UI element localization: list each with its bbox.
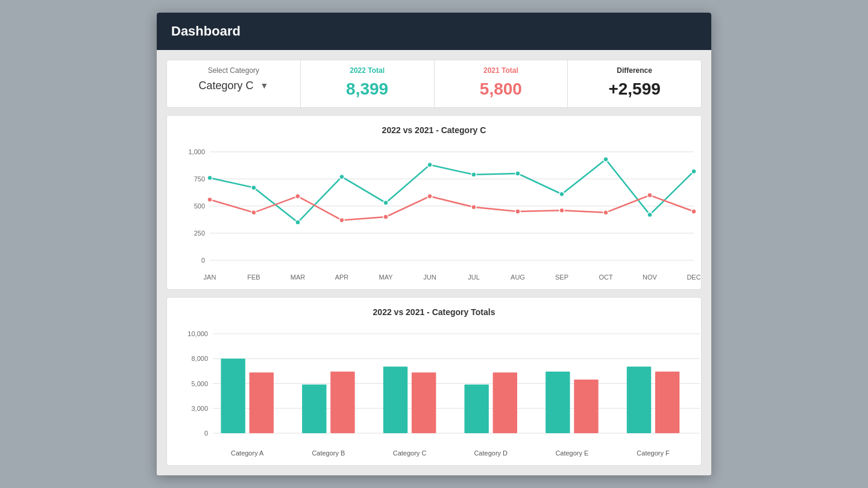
svg-rect-56 <box>221 358 245 433</box>
total2021-card: 2021 Total 5,800 <box>435 60 568 107</box>
svg-text:APR: APR <box>335 274 349 281</box>
line-chart-panel: 2022 vs 2021 - Category C 02505007501,00… <box>166 115 702 290</box>
svg-text:FEB: FEB <box>247 274 260 281</box>
total2022-value: 8,399 <box>346 80 388 99</box>
dashboard-title: Dashboard <box>171 23 241 39</box>
svg-point-23 <box>251 185 256 190</box>
svg-point-22 <box>207 175 212 180</box>
svg-text:Category B: Category B <box>312 449 345 457</box>
svg-text:5,000: 5,000 <box>191 380 208 387</box>
svg-text:Category A: Category A <box>231 449 264 457</box>
kpi-row: Select Category Category A Category B Ca… <box>166 60 702 108</box>
svg-text:JUN: JUN <box>423 274 436 281</box>
svg-point-43 <box>603 210 608 215</box>
line-chart-title: 2022 vs 2021 - Category C <box>177 125 691 135</box>
svg-text:JUL: JUL <box>468 274 480 281</box>
svg-rect-57 <box>250 372 274 433</box>
svg-point-27 <box>427 163 432 167</box>
svg-text:JAN: JAN <box>204 274 216 281</box>
svg-point-33 <box>691 169 696 174</box>
bar-chart-title: 2022 vs 2021 - Category Totals <box>177 307 691 317</box>
svg-point-26 <box>383 201 388 205</box>
svg-text:500: 500 <box>194 202 205 210</box>
svg-text:3,000: 3,000 <box>191 405 208 412</box>
svg-point-25 <box>339 174 344 179</box>
svg-text:OCT: OCT <box>599 274 613 281</box>
svg-text:MAY: MAY <box>379 274 393 281</box>
svg-text:10,000: 10,000 <box>187 330 208 337</box>
svg-text:1,000: 1,000 <box>188 148 205 155</box>
svg-point-42 <box>559 208 564 213</box>
diff-value: +2,599 <box>608 80 660 99</box>
svg-rect-66 <box>493 372 517 433</box>
svg-rect-69 <box>574 380 598 433</box>
svg-text:0: 0 <box>204 430 208 437</box>
dashboard-container: Dashboard Select Category Category A Cat… <box>157 13 711 475</box>
total2021-value: 5,800 <box>480 80 522 99</box>
svg-text:NOV: NOV <box>643 274 658 281</box>
svg-point-24 <box>295 220 300 225</box>
diff-label: Difference <box>617 66 652 75</box>
svg-rect-63 <box>412 372 436 433</box>
total2022-card: 2022 Total 8,399 <box>301 60 435 107</box>
svg-point-29 <box>515 171 520 176</box>
select-wrapper: Category A Category B Category C Categor… <box>198 80 268 92</box>
category-select[interactable]: Category A Category B Category C Categor… <box>198 80 263 92</box>
svg-text:Category F: Category F <box>637 449 670 457</box>
svg-text:MAR: MAR <box>291 274 306 281</box>
svg-point-45 <box>691 209 696 214</box>
select-category-label: Select Category <box>208 66 259 75</box>
select-category-card: Select Category Category A Category B Ca… <box>167 60 301 107</box>
svg-text:8,000: 8,000 <box>191 355 208 362</box>
total2021-label: 2021 Total <box>483 66 518 75</box>
svg-point-40 <box>471 205 476 210</box>
svg-text:DEC: DEC <box>687 274 700 281</box>
svg-point-39 <box>427 194 432 199</box>
svg-rect-59 <box>302 384 326 433</box>
svg-point-28 <box>471 172 476 177</box>
svg-rect-60 <box>330 372 354 433</box>
svg-rect-68 <box>546 372 570 433</box>
svg-text:Category E: Category E <box>555 449 588 457</box>
svg-point-38 <box>383 214 388 219</box>
svg-text:Category D: Category D <box>474 449 508 457</box>
svg-point-35 <box>251 210 256 215</box>
line-chart-svg: 02505007501,000JANFEBMARAPRMAYJUNJULAUGS… <box>177 140 711 284</box>
total2022-label: 2022 Total <box>350 66 385 75</box>
bar-chart-panel: 2022 vs 2021 - Category Totals 03,0005,0… <box>166 297 702 466</box>
svg-point-41 <box>515 209 520 214</box>
svg-text:AUG: AUG <box>511 274 525 281</box>
svg-rect-65 <box>464 384 488 433</box>
svg-text:Category C: Category C <box>393 449 427 457</box>
svg-text:750: 750 <box>194 175 205 183</box>
svg-point-44 <box>647 193 652 198</box>
dashboard-body: Select Category Category A Category B Ca… <box>157 50 711 475</box>
svg-rect-72 <box>655 372 679 433</box>
svg-point-32 <box>647 212 652 217</box>
diff-card: Difference +2,599 <box>568 60 701 107</box>
svg-text:0: 0 <box>201 257 205 264</box>
svg-text:SEP: SEP <box>555 274 568 281</box>
svg-rect-62 <box>383 366 407 433</box>
bar-chart-svg: 03,0005,0008,00010,000Category ACategory… <box>177 322 711 460</box>
dashboard-header: Dashboard <box>157 13 711 50</box>
svg-text:250: 250 <box>194 230 205 237</box>
svg-rect-71 <box>627 366 651 433</box>
svg-point-36 <box>295 194 300 199</box>
svg-point-34 <box>207 197 212 202</box>
svg-point-31 <box>603 157 608 162</box>
svg-point-30 <box>559 192 564 196</box>
svg-point-37 <box>339 217 344 222</box>
